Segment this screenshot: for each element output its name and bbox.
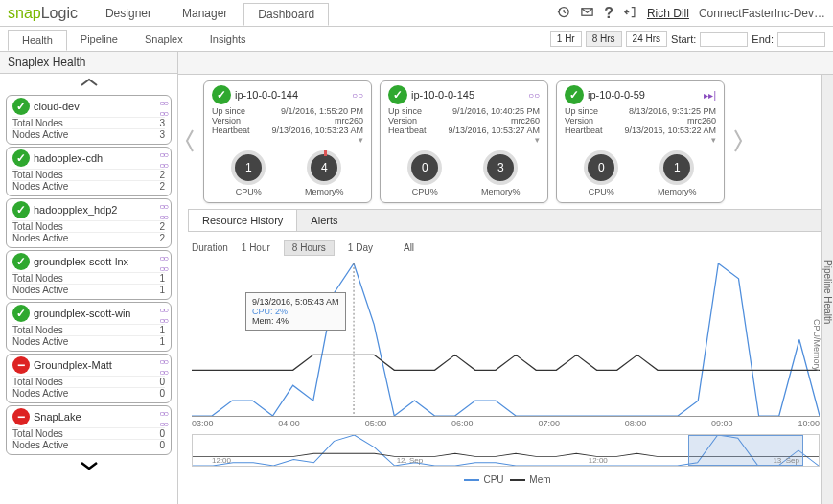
panel-title: Snaplex Health: [0, 52, 177, 74]
snaplex-name: Groundplex-Matt: [34, 359, 112, 371]
pipeline-health-handle[interactable]: Pipeline Health: [821, 75, 833, 504]
node-type-icon: ○○: [352, 90, 363, 101]
snaplex-card[interactable]: hadooplex-cdh ○○○○ Total Nodes2 Nodes Ac…: [6, 147, 172, 196]
node-type-icon: ○○: [528, 90, 540, 101]
snaplex-card[interactable]: hadoopplex_hdp2 ○○○○ Total Nodes2 Nodes …: [6, 198, 172, 248]
snaplex-card[interactable]: SnapLake ○○○○ Total Nodes0 Nodes Active0: [6, 405, 172, 455]
mail-icon[interactable]: [580, 5, 594, 22]
snaplex-type-icon: ○○○○: [159, 253, 167, 274]
snaplex-type-icon: ○○○○: [159, 305, 167, 326]
end-label: End:: [752, 34, 774, 45]
nav-dashboard[interactable]: Dashboard: [243, 3, 329, 26]
start-input[interactable]: [700, 32, 748, 47]
status-icon: [12, 98, 30, 115]
time-1hr[interactable]: 1 Hr: [550, 31, 582, 47]
dur-1hour[interactable]: 1 Hour: [234, 241, 278, 255]
status-icon: [212, 85, 231, 104]
dur-all[interactable]: All: [396, 241, 422, 255]
carousel-prev[interactable]: [182, 126, 197, 157]
status-icon: [12, 253, 30, 270]
scroll-down[interactable]: [0, 457, 177, 476]
snaplex-type-icon: ○○○○: [159, 149, 167, 171]
snaplex-type-icon: ○○○○: [159, 356, 167, 378]
node-card[interactable]: ip-10-0-0-145 ○○ Up since9/1/2016, 10:40…: [380, 80, 548, 203]
main-panel-header: [178, 52, 833, 75]
help-icon[interactable]: ?: [604, 5, 613, 22]
subtab-pipeline[interactable]: Pipeline: [67, 30, 131, 49]
chart-legend: CPU Mem: [178, 472, 833, 487]
snaplex-name: groundplex-scott-win: [34, 308, 131, 319]
logout-icon[interactable]: [623, 5, 637, 22]
org-label: ConnectFasterInc-Dev…: [699, 7, 825, 20]
resource-chart[interactable]: CPU/Memory 10 9/13/2016, 5:05:43 AM CPU:…: [192, 263, 820, 417]
node-name: ip-10-0-0-144: [235, 89, 298, 101]
cpu-gauge: 1CPU%: [231, 150, 266, 196]
status-icon: [12, 356, 30, 374]
history-icon[interactable]: [556, 5, 570, 22]
status-icon: [12, 305, 30, 322]
node-card[interactable]: ip-10-0-0-59 ▸▸| Up since8/13/2016, 9:31…: [556, 80, 725, 203]
cpu-gauge: 0CPU%: [407, 150, 442, 196]
tab-resource-history[interactable]: Resource History: [189, 210, 297, 231]
scroll-up[interactable]: [0, 74, 177, 93]
chart-tooltip: 9/13/2016, 5:05:43 AM CPU: 2% Mem: 4%: [245, 292, 346, 331]
snaplex-name: hadoopplex_hdp2: [34, 204, 117, 216]
subtab-snaplex[interactable]: Snaplex: [131, 30, 197, 49]
mem-gauge: 4Memory%: [305, 150, 344, 196]
dur-8hours[interactable]: 8 Hours: [284, 240, 335, 256]
dur-1day[interactable]: 1 Day: [340, 241, 381, 255]
time-8hr[interactable]: 8 Hrs: [586, 31, 622, 47]
subtab-health[interactable]: Health: [8, 30, 67, 51]
node-name: ip-10-0-0-59: [588, 89, 645, 101]
status-icon: [388, 85, 407, 104]
status-icon: [565, 85, 584, 104]
status-icon: [12, 149, 30, 167]
snaplex-name: groundplex-scott-lnx: [34, 256, 128, 267]
snaplex-type-icon: ○○○○: [159, 201, 167, 222]
y-axis-label: CPU/Memory: [812, 318, 821, 370]
carousel-next[interactable]: [730, 126, 746, 157]
snaplex-card[interactable]: groundplex-scott-win ○○○○ Total Nodes1 N…: [6, 302, 172, 352]
snaplex-name: hadooplex-cdh: [34, 152, 103, 164]
snaplex-card[interactable]: cloud-dev ○○○○ Total Nodes3 Nodes Active…: [6, 95, 172, 145]
snaplex-type-icon: ○○○○: [159, 98, 167, 119]
start-label: Start:: [671, 34, 696, 45]
snaplex-name: SnapLake: [34, 411, 81, 423]
status-icon: [12, 201, 30, 218]
nav-manager[interactable]: Manager: [168, 2, 242, 25]
node-name: ip-10-0-0-145: [411, 89, 474, 101]
logo: snapLogic: [8, 5, 78, 22]
time-24hr[interactable]: 24 Hrs: [626, 31, 667, 47]
snaplex-card[interactable]: Groundplex-Matt ○○○○ Total Nodes0 Nodes …: [6, 354, 172, 403]
user-link[interactable]: Rich Dill: [647, 7, 689, 20]
snaplex-card[interactable]: groundplex-scott-lnx ○○○○ Total Nodes1 N…: [6, 250, 172, 300]
mem-gauge: 1Memory%: [658, 150, 697, 196]
status-icon: [12, 408, 30, 425]
overview-chart[interactable]: 12:0012. Sep12:0013. Sep: [192, 434, 820, 467]
tab-alerts[interactable]: Alerts: [297, 210, 351, 231]
nav-designer[interactable]: Designer: [91, 2, 166, 25]
snaplex-name: cloud-dev: [34, 101, 80, 112]
node-card[interactable]: ip-10-0-0-144 ○○ Up since9/1/2016, 1:55:…: [203, 80, 372, 203]
mem-gauge: 3Memory%: [481, 150, 521, 196]
duration-label: Duration: [192, 242, 228, 253]
cpu-gauge: 0CPU%: [584, 150, 618, 196]
subtab-insights[interactable]: Insights: [197, 30, 260, 49]
snaplex-type-icon: ○○○○: [159, 408, 167, 429]
end-input[interactable]: [777, 32, 825, 47]
node-type-icon: ▸▸|: [704, 90, 716, 101]
